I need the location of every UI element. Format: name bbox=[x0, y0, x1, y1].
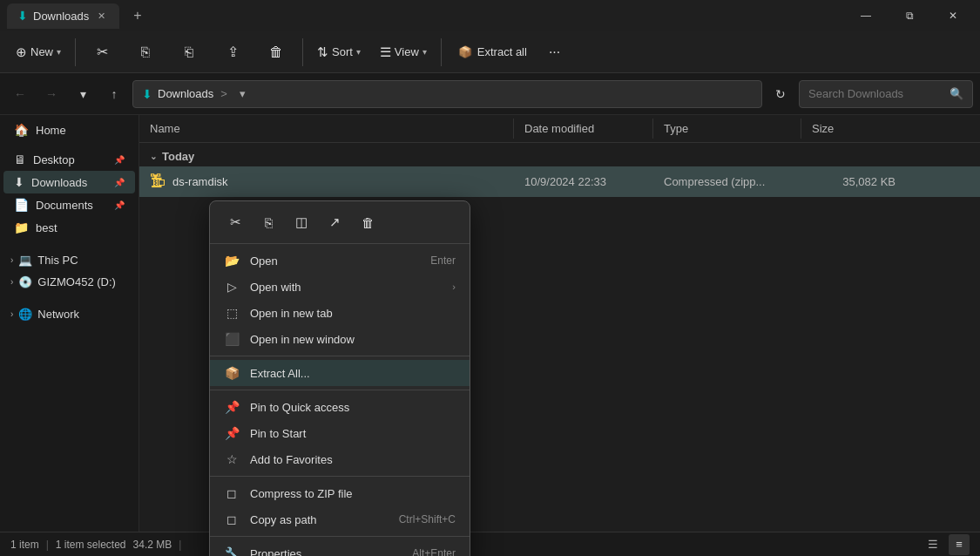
ctx-opennewtab-label: Open in new tab bbox=[250, 307, 456, 320]
close-button[interactable]: ✕ bbox=[933, 2, 973, 30]
sidebar-thispc-label: This PC bbox=[37, 254, 78, 267]
ctx-addfav-item[interactable]: ☆ Add to Favorites bbox=[210, 446, 470, 472]
ctx-paste-button[interactable]: ◫ bbox=[287, 208, 316, 236]
ctx-copy-button[interactable]: ⎘ bbox=[253, 208, 283, 236]
sidebar-drive-label: GIZMO452 (D:) bbox=[37, 275, 116, 288]
sidebar-documents-label: Documents bbox=[36, 199, 93, 212]
sidebar-item-documents[interactable]: 📄 Documents 📌 bbox=[3, 193, 135, 216]
detail-view-button[interactable]: ≡ bbox=[949, 534, 970, 555]
ctx-extractall-icon: 📦 bbox=[224, 366, 240, 380]
sidebar-item-network[interactable]: › 🌐 Network bbox=[3, 303, 135, 325]
sidebar-item-drive[interactable]: › 💿 GIZMO452 (D:) bbox=[3, 271, 135, 293]
ctx-properties-shortcut: Alt+Enter bbox=[412, 547, 456, 556]
ctx-pintoquick-item[interactable]: 📌 Pin to Quick access bbox=[210, 394, 470, 420]
toolbar-separator-2 bbox=[302, 38, 303, 66]
search-box[interactable]: 🔍 bbox=[799, 80, 973, 108]
up-button[interactable]: ↑ bbox=[101, 81, 127, 107]
forward-button[interactable]: → bbox=[38, 81, 64, 107]
ctx-paste-icon: ◫ bbox=[295, 214, 308, 230]
ctx-cut-button[interactable]: ✂ bbox=[220, 208, 250, 236]
search-input[interactable] bbox=[808, 87, 944, 100]
ctx-extractall-item[interactable]: 📦 Extract All... bbox=[210, 360, 470, 386]
restore-button[interactable]: ⧉ bbox=[889, 2, 929, 30]
drive-chevron: › bbox=[10, 277, 13, 287]
ctx-pintostart-item[interactable]: 📌 Pin to Start bbox=[210, 420, 470, 446]
ctx-copyaspath-icon: ◻ bbox=[224, 512, 240, 526]
sidebar: 🏠 Home 🖥 Desktop 📌 ⬇ Downloads 📌 📄 Docum… bbox=[0, 115, 139, 532]
ctx-delete-button[interactable]: 🗑 bbox=[353, 208, 382, 236]
network-chevron: › bbox=[10, 309, 13, 319]
sidebar-item-thispc[interactable]: › 💻 This PC bbox=[3, 249, 135, 271]
group-header-today: ⌄ Today bbox=[139, 143, 980, 166]
ctx-separator-2 bbox=[210, 390, 470, 390]
sort-button[interactable]: ⇅ Sort ▾ bbox=[308, 39, 369, 65]
table-row[interactable]: 🗜 ds-ramdisk 10/9/2024 22:33 Compressed … bbox=[139, 166, 980, 197]
view-chevron: ▾ bbox=[422, 47, 427, 57]
back-button[interactable]: ← bbox=[7, 81, 33, 107]
drive-icon: 💿 bbox=[18, 275, 32, 288]
new-icon: ⊕ bbox=[16, 44, 27, 60]
address-separator: > bbox=[220, 87, 227, 100]
best-icon: 📁 bbox=[14, 220, 29, 234]
file-size: 35,082 KB bbox=[801, 172, 906, 192]
delete-icon: 🗑 bbox=[269, 44, 283, 60]
sort-label: Sort bbox=[332, 45, 353, 58]
status-bar-right: ☰ ≡ bbox=[923, 534, 970, 555]
view-button[interactable]: ☰ View ▾ bbox=[371, 39, 436, 65]
ctx-separator-4 bbox=[210, 536, 470, 537]
new-label: New bbox=[30, 45, 53, 58]
delete-button[interactable]: 🗑 bbox=[255, 41, 297, 64]
tab-downloads[interactable]: ⬇ Downloads ✕ bbox=[7, 3, 119, 29]
title-bar: ⬇ Downloads ✕ + — ⧉ ✕ bbox=[0, 0, 980, 31]
paste-button[interactable]: ⎗ bbox=[168, 41, 210, 64]
column-date: Date modified bbox=[514, 119, 653, 139]
list-view-button[interactable]: ☰ bbox=[923, 534, 943, 555]
ctx-extractall-label: Extract All... bbox=[250, 367, 456, 380]
sidebar-home-label: Home bbox=[36, 124, 66, 137]
ctx-pintoquick-icon: 📌 bbox=[224, 400, 240, 414]
new-button[interactable]: ⊕ New ▾ bbox=[7, 39, 70, 65]
address-dropdown-button[interactable]: ▾ bbox=[234, 85, 252, 103]
ctx-openwith-item[interactable]: ▷ Open with › bbox=[210, 274, 470, 300]
minimize-button[interactable]: — bbox=[846, 2, 886, 30]
ctx-share-button[interactable]: ↗ bbox=[320, 208, 349, 236]
ctx-copyaspath-item[interactable]: ◻ Copy as path Ctrl+Shift+C bbox=[210, 506, 470, 532]
tab-icon: ⬇ bbox=[17, 9, 28, 23]
sidebar-item-best[interactable]: 📁 best bbox=[3, 216, 135, 239]
ctx-cut-icon: ✂ bbox=[230, 214, 241, 230]
view-label: View bbox=[395, 45, 419, 58]
ctx-compresszip-item[interactable]: ◻ Compress to ZIP file bbox=[210, 480, 470, 506]
sidebar-item-downloads[interactable]: ⬇ Downloads 📌 bbox=[3, 171, 135, 193]
ctx-pintostart-icon: 📌 bbox=[224, 426, 240, 440]
extract-all-button[interactable]: 📦 Extract all bbox=[447, 39, 538, 64]
recent-locations-button[interactable]: ▾ bbox=[70, 81, 96, 107]
cut-button[interactable]: ✂ bbox=[81, 40, 123, 64]
ctx-openwith-arrow: › bbox=[452, 281, 456, 292]
ctx-opennewtab-item[interactable]: ⬚ Open in new tab bbox=[210, 300, 470, 326]
share-button[interactable]: ⇪ bbox=[212, 40, 253, 64]
tab-close-button[interactable]: ✕ bbox=[94, 9, 109, 24]
ctx-copy-icon: ⎘ bbox=[265, 215, 273, 230]
ctx-openwith-label: Open with bbox=[250, 281, 442, 294]
group-chevron-icon: ⌄ bbox=[150, 152, 157, 161]
ctx-copyaspath-label: Copy as path bbox=[250, 513, 389, 526]
new-tab-button[interactable]: + bbox=[126, 4, 148, 27]
file-type: Compressed (zipp... bbox=[653, 172, 801, 192]
tab-title: Downloads bbox=[33, 10, 89, 23]
ctx-properties-item[interactable]: 🔧 Properties Alt+Enter bbox=[210, 540, 470, 556]
sidebar-desktop-label: Desktop bbox=[33, 153, 75, 166]
documents-pin-icon: 📌 bbox=[114, 200, 125, 210]
ctx-open-item[interactable]: 📂 Open Enter bbox=[210, 247, 470, 274]
copy-button[interactable]: ⎘ bbox=[125, 41, 166, 64]
ctx-properties-icon: 🔧 bbox=[224, 546, 240, 556]
sidebar-item-desktop[interactable]: 🖥 Desktop 📌 bbox=[3, 148, 135, 171]
ctx-open-icon: 📂 bbox=[224, 254, 240, 268]
address-path: Downloads bbox=[158, 87, 213, 100]
sidebar-network-label: Network bbox=[37, 308, 79, 321]
ctx-opennewwindow-item[interactable]: ⬛ Open in new window bbox=[210, 326, 470, 352]
ctx-compresszip-icon: ◻ bbox=[224, 486, 240, 500]
refresh-button[interactable]: ↻ bbox=[767, 81, 794, 107]
sidebar-item-home[interactable]: 🏠 Home bbox=[3, 119, 135, 141]
more-options-button[interactable]: ··· bbox=[540, 39, 569, 65]
address-field[interactable]: ⬇ Downloads > ▾ bbox=[132, 80, 762, 108]
